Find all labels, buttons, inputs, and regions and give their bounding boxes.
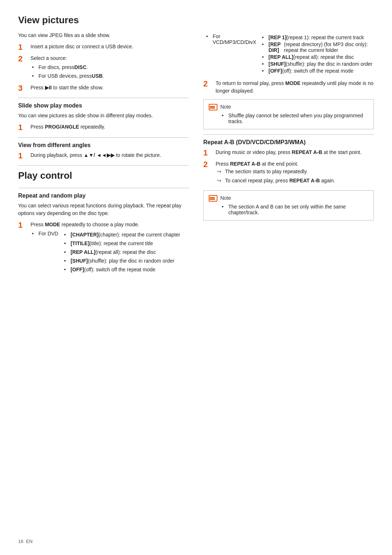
arrow-bullet-1: ↪ The section starts to play repeatedly. <box>216 168 374 175</box>
right-step-content-2: To return to normal play, press MODE rep… <box>216 80 374 95</box>
slideshow-intro: You can view pictures as slide show in d… <box>18 112 189 119</box>
for-vcd-label: For VCD/MP3/CD/DivX [REP 1] (repeat 1): … <box>205 33 374 76</box>
repeat-ab-title: Repeat A-B (DVD/VCD/CD/MP3/WMA) <box>203 139 374 146</box>
note2-list: The section A and B can be set only with… <box>220 204 368 215</box>
for-dvd: For DVD [CHAPTER] (chapter): repeat the … <box>30 230 189 276</box>
note1-item: Shuffle play cannot be selected when you… <box>220 113 368 124</box>
dvd-shuf: [SHUF] (shuffle): play the disc in rando… <box>64 257 180 265</box>
footer: 16 EN <box>18 539 33 544</box>
mode-list: For DVD [CHAPTER] (chapter): repeat the … <box>30 230 189 276</box>
note-label-2: Note <box>220 195 231 201</box>
left-column: View pictures You can view JPEG files as… <box>18 15 189 280</box>
step-1: 1 Insert a picture disc or connect a USB… <box>18 43 189 52</box>
step-3: 3 Press ▶II to start the slide show. <box>18 84 189 93</box>
note-icon-2 <box>209 194 217 202</box>
slideshow-step-1: 1 Press PROG/ANGLE repeatedly. <box>18 123 189 132</box>
angles-step-num-1: 1 <box>18 151 28 160</box>
step-num-3: 3 <box>18 84 28 93</box>
slideshow-steps: 1 Press PROG/ANGLE repeatedly. <box>18 123 189 132</box>
repeat-ab-steps: 1 During music or video play, press REPE… <box>203 149 374 186</box>
dvd-repall: [REP ALL] (repeat all): repeat the disc <box>64 248 180 256</box>
right-step-2: 2 To return to normal play, press MODE r… <box>203 80 374 95</box>
step-2: 2 Select a source: For discs, press DISC… <box>18 54 189 81</box>
divider-right-1 <box>203 134 374 135</box>
slideshow-step-content-1: Press PROG/ANGLE repeatedly. <box>30 123 189 131</box>
angles-step-1: 1 During playback, press ▲▼/ ◄◄▶▶ to rot… <box>18 151 189 160</box>
source-list: For discs, press DISC. For USB devices, … <box>30 64 189 80</box>
view-pictures-steps: 1 Insert a picture disc or connect a USB… <box>18 43 189 93</box>
divider-1 <box>18 98 189 98</box>
slideshow-title: Slide show play modes <box>18 102 189 109</box>
step-num-1: 1 <box>18 43 28 52</box>
divider-4 <box>18 188 189 188</box>
right-column: For VCD/MP3/CD/DivX [REP 1] (repeat 1): … <box>203 15 374 280</box>
repeat-step-content-1: Press MODE repeatedly to choose a play m… <box>30 221 189 277</box>
view-pictures-intro: You can view JPEG files as a slide show. <box>18 32 189 39</box>
play-control-title: Play control <box>18 170 189 183</box>
note-icon-1 <box>209 103 217 110</box>
arrow-bullet-2: ↪ To cancel repeat play, press REPEAT A-… <box>216 177 374 185</box>
vcd-shuf: [SHUF] (shuffle): play the disc in rando… <box>262 61 374 67</box>
step-content-1: Insert a picture disc or connect a USB d… <box>30 43 189 50</box>
step-content-3: Press ▶II to start the slide show. <box>30 84 189 92</box>
vcd-repall: [REP ALL] (repeat all): repeat the disc <box>262 54 374 60</box>
note-label-1: Note <box>220 104 231 110</box>
vcd-rep1: [REP 1] (repeat 1): repeat the current t… <box>262 35 374 40</box>
note-header-1: Note <box>209 103 368 110</box>
repeat-ab-step-num-2: 2 <box>203 160 213 169</box>
step-num-2: 2 <box>18 54 28 63</box>
right-step-num-2: 2 <box>203 80 213 88</box>
repeat-random-steps: 1 Press MODE repeatedly to choose a play… <box>18 221 189 277</box>
divider-3 <box>18 165 189 166</box>
repeat-ab-step-1: 1 During music or video play, press REPE… <box>203 149 374 157</box>
note-box-1: Note Shuffle play cannot be selected whe… <box>203 99 374 129</box>
repeat-ab-step-content-1: During music or video play, press REPEAT… <box>216 149 374 156</box>
angles-title: View from different angles <box>18 142 189 149</box>
angles-step-content-1: During playback, press ▲▼/ ◄◄▶▶ to rotat… <box>30 151 189 159</box>
repeat-step-1: 1 Press MODE repeatedly to choose a play… <box>18 221 189 277</box>
repeat-random-intro: You can select various repeat functions … <box>18 202 189 217</box>
repeat-ab-step-2: 2 Press REPEAT A-B at the end point. ↪ T… <box>203 160 374 186</box>
page-number: 16 <box>18 539 23 544</box>
view-pictures-title: View pictures <box>18 15 189 27</box>
arrow-text-1: The section starts to play repeatedly. <box>225 168 308 175</box>
arrow-icon-2: ↪ <box>217 177 224 185</box>
dvd-title: [TITILE] (title): repeat the current tit… <box>64 240 180 247</box>
arrow-icon-1: ↪ <box>217 168 224 175</box>
arrow-text-2: To cancel repeat play, press REPEAT A-B … <box>225 177 335 185</box>
vcd-options: [REP 1] (repeat 1): repeat the current t… <box>256 35 374 75</box>
vcd-off: [OFF] (off): switch off the repeat mode <box>262 68 374 74</box>
vcd-list: For VCD/MP3/CD/DivX [REP 1] (repeat 1): … <box>203 33 374 76</box>
note-header-2: Note <box>209 194 368 202</box>
note-content-1: Shuffle play cannot be selected when you… <box>220 113 368 124</box>
dvd-options: [CHAPTER] (chapter): repeat the current … <box>58 231 180 275</box>
source-disc: For discs, press DISC. <box>30 64 189 71</box>
repeat-step-num-1: 1 <box>18 221 28 230</box>
source-usb: For USB devices, press USB. <box>30 72 189 80</box>
right-steps: 2 To return to normal play, press MODE r… <box>203 80 374 95</box>
dvd-chapter: [CHAPTER] (chapter): repeat the current … <box>64 231 180 239</box>
slideshow-step-num-1: 1 <box>18 123 28 132</box>
angles-steps: 1 During playback, press ▲▼/ ◄◄▶▶ to rot… <box>18 151 189 160</box>
repeat-random-title: Repeat and random play <box>18 193 189 199</box>
vcd-repdir: [REP DIR] (repeat directory) (for MP3 di… <box>262 41 374 53</box>
note-content-2: The section A and B can be set only with… <box>220 204 368 215</box>
divider-2 <box>18 137 189 138</box>
repeat-ab-step-num-1: 1 <box>203 149 213 157</box>
repeat-ab-step-content-2: Press REPEAT A-B at the end point. ↪ The… <box>216 160 374 186</box>
note1-list: Shuffle play cannot be selected when you… <box>220 113 368 124</box>
note-box-2: Note The section A and B can be set only… <box>203 190 374 220</box>
note2-item: The section A and B can be set only with… <box>220 204 368 215</box>
step-content-2: Select a source: For discs, press DISC. … <box>30 54 189 81</box>
dvd-off: [OFF] (off): switch off the repeat mode <box>64 266 180 274</box>
language: EN <box>26 539 33 544</box>
